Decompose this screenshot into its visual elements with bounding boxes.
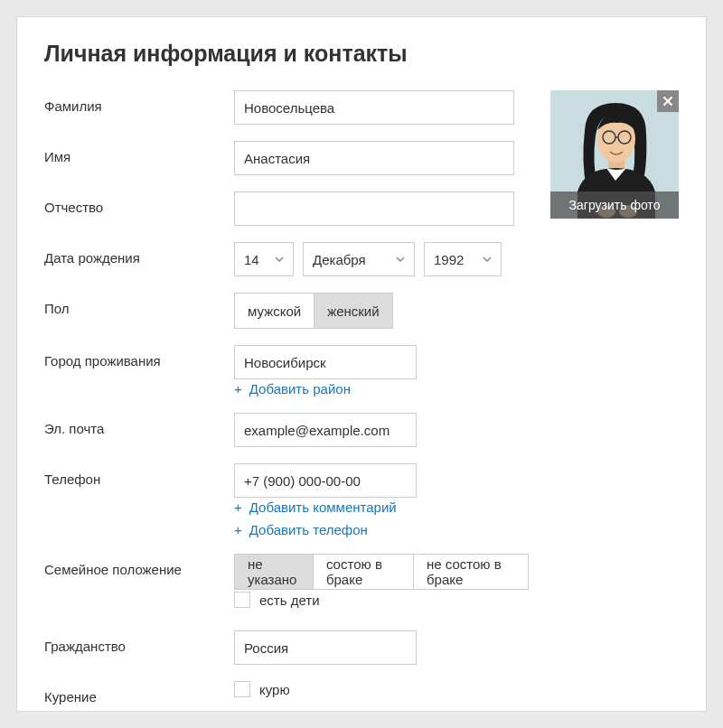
phone-input[interactable] xyxy=(234,463,417,498)
photo-remove-button[interactable] xyxy=(657,90,679,112)
name-input[interactable] xyxy=(234,141,514,175)
checkbox-box xyxy=(234,592,250,608)
label-marital: Семейное положение xyxy=(44,554,234,577)
profile-photo: Загрузить фото xyxy=(550,90,679,219)
dob-year-value: 1992 xyxy=(434,252,464,267)
upload-photo-button[interactable]: Загрузить фото xyxy=(550,191,679,219)
patronymic-input[interactable] xyxy=(234,191,514,226)
dob-day-select[interactable]: 14 xyxy=(234,242,294,276)
gender-toggle: мужской женский xyxy=(234,293,393,329)
plus-icon: + xyxy=(234,382,242,396)
children-checkbox[interactable]: есть дети xyxy=(234,592,320,608)
label-gender: Пол xyxy=(44,293,234,316)
plus-icon: + xyxy=(234,523,242,537)
label-dob: Дата рождения xyxy=(44,242,234,266)
email-input[interactable] xyxy=(234,413,417,447)
label-patronymic: Отчество xyxy=(44,191,234,215)
add-district-label: Добавить район xyxy=(249,381,351,397)
label-phone: Телефон xyxy=(44,463,234,487)
label-city: Город проживания xyxy=(44,345,234,369)
marital-toggle: не указано состою в браке не состою в бр… xyxy=(234,554,529,590)
label-smoking: Курение xyxy=(44,681,234,705)
label-name: Имя xyxy=(44,141,234,164)
chevron-down-icon xyxy=(275,257,284,262)
add-phone-label: Добавить телефон xyxy=(249,522,368,537)
label-citizenship: Гражданство xyxy=(44,630,234,654)
marital-option-unspecified[interactable]: не указано xyxy=(235,555,313,589)
gender-option-female[interactable]: женский xyxy=(314,294,391,328)
smoking-checkbox[interactable]: курю xyxy=(234,681,290,697)
dob-month-select[interactable]: Декабря xyxy=(303,242,415,276)
dob-day-value: 14 xyxy=(244,252,259,267)
add-district-link[interactable]: + Добавить район xyxy=(234,381,529,397)
gender-option-male[interactable]: мужской xyxy=(235,294,314,328)
add-comment-label: Добавить комментарий xyxy=(249,499,397,515)
surname-input[interactable] xyxy=(234,90,514,125)
marital-option-married[interactable]: состою в браке xyxy=(313,555,413,589)
chevron-down-icon xyxy=(483,257,492,262)
add-phone-link[interactable]: + Добавить телефон xyxy=(234,522,529,537)
checkbox-box xyxy=(234,681,250,697)
citizenship-input[interactable] xyxy=(234,630,417,665)
marital-option-single[interactable]: не состою в браке xyxy=(413,555,528,589)
smoking-checkbox-label: курю xyxy=(259,682,290,697)
dob-month-value: Декабря xyxy=(313,252,366,267)
children-checkbox-label: есть дети xyxy=(259,593,320,608)
close-icon xyxy=(662,96,673,107)
dob-year-select[interactable]: 1992 xyxy=(424,242,502,276)
label-email: Эл. почта xyxy=(44,413,234,436)
city-input[interactable] xyxy=(234,345,417,379)
plus-icon: + xyxy=(234,500,242,514)
personal-info-card: Личная информация и контакты Фамилия Имя xyxy=(16,16,707,712)
section-title: Личная информация и контакты xyxy=(44,41,679,67)
chevron-down-icon xyxy=(396,257,405,262)
add-comment-link[interactable]: + Добавить комментарий xyxy=(234,499,529,515)
label-surname: Фамилия xyxy=(44,90,234,114)
